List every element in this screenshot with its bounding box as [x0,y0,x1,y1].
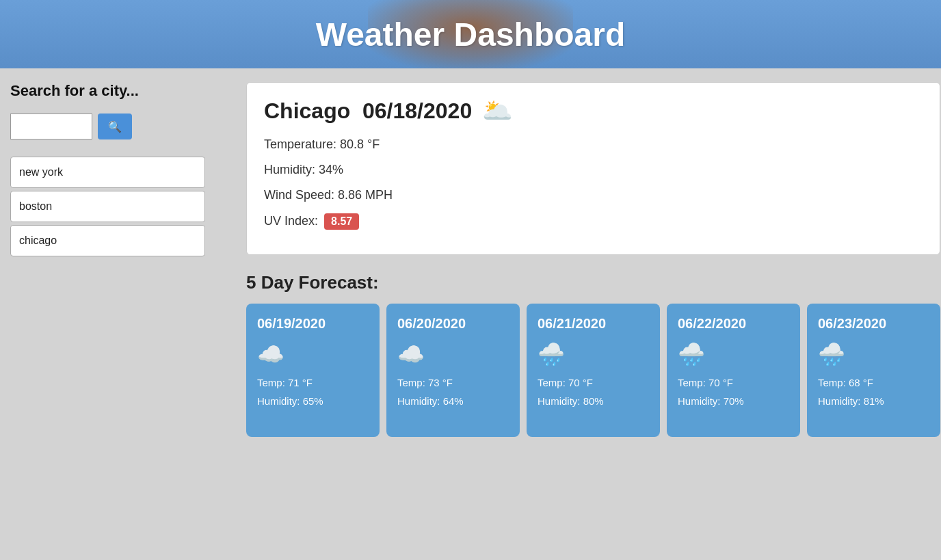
forecast-cards: 06/19/2020 ☁️ Temp: 71 °F Humidity: 65% … [246,304,940,437]
forecast-humidity-3: Humidity: 70% [678,395,789,407]
city-list: new york boston chicago [10,157,222,256]
sidebar-search-label: Search for a city... [10,82,222,100]
header-title: Weather Dashboard [316,16,626,53]
forecast-temp-1: Temp: 73 °F [397,377,509,388]
forecast-icon-4: 🌧️ [818,341,929,367]
current-temperature: Temperature: 80.8 °F [264,137,923,152]
current-wind: Wind Speed: 8.86 MPH [264,188,923,202]
forecast-humidity-4: Humidity: 81% [818,395,929,407]
forecast-card-2: 06/21/2020 🌧️ Temp: 70 °F Humidity: 80% [527,304,660,437]
search-button[interactable]: 🔍 [98,114,132,139]
forecast-card-1: 06/20/2020 ☁️ Temp: 73 °F Humidity: 64% [386,304,520,437]
city-item-boston[interactable]: boston [10,191,205,222]
forecast-temp-4: Temp: 68 °F [818,377,929,388]
city-item-chicago[interactable]: chicago [10,225,205,256]
forecast-icon-0: ☁️ [257,341,369,367]
city-item-new-york[interactable]: new york [10,157,205,188]
forecast-icon-1: ☁️ [397,341,509,367]
current-weather-card: Chicago 06/18/2020 🌥️ Temperature: 80.8 … [246,82,940,255]
sidebar: Search for a city... 🔍 new york boston c… [0,68,233,560]
current-weather-icon: 🌥️ [482,96,513,125]
forecast-date-3: 06/22/2020 [678,316,789,332]
search-input[interactable] [10,114,92,139]
forecast-humidity-0: Humidity: 65% [257,395,369,407]
current-uv-label: UV Index: [264,214,318,228]
forecast-temp-3: Temp: 70 °F [678,377,789,388]
forecast-date-1: 06/20/2020 [397,316,509,332]
search-icon: 🔍 [108,120,122,133]
main-layout: Search for a city... 🔍 new york boston c… [0,68,941,560]
forecast-temp-0: Temp: 71 °F [257,377,369,388]
forecast-temp-2: Temp: 70 °F [538,377,649,388]
header: Weather Dashboard [0,0,941,68]
current-city-date: Chicago 06/18/2020 [264,98,472,124]
forecast-icon-2: 🌧️ [538,341,649,367]
current-date: 06/18/2020 [362,98,472,123]
forecast-date-4: 06/23/2020 [818,316,929,332]
forecast-icon-3: 🌧️ [678,341,789,367]
forecast-date-0: 06/19/2020 [257,316,369,332]
current-uv: UV Index: 8.57 [264,213,923,230]
search-row: 🔍 [10,114,222,139]
content: Chicago 06/18/2020 🌥️ Temperature: 80.8 … [233,68,941,560]
forecast-title: 5 Day Forecast: [246,272,940,293]
forecast-card-4: 06/23/2020 🌧️ Temp: 68 °F Humidity: 81% [807,304,940,437]
current-uv-value: 8.57 [324,213,359,230]
forecast-card-0: 06/19/2020 ☁️ Temp: 71 °F Humidity: 65% [246,304,380,437]
forecast-humidity-2: Humidity: 80% [538,395,649,407]
forecast-date-2: 06/21/2020 [538,316,649,332]
current-city: Chicago [264,98,350,123]
current-humidity: Humidity: 34% [264,163,923,177]
forecast-card-3: 06/22/2020 🌧️ Temp: 70 °F Humidity: 70% [667,304,800,437]
current-header: Chicago 06/18/2020 🌥️ [264,96,923,125]
forecast-humidity-1: Humidity: 64% [397,395,509,407]
